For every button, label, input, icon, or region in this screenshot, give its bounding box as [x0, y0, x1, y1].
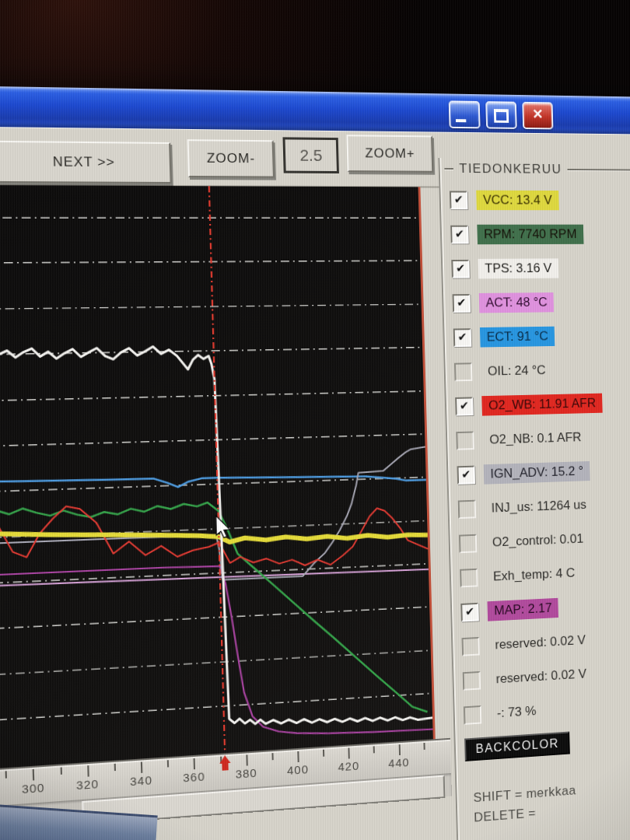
trace-VCC	[0, 515, 428, 555]
axis-tick	[33, 769, 35, 781]
axis-tick-label: 420	[338, 759, 359, 774]
axis-tick	[194, 758, 195, 769]
axis-tick-label: 380	[235, 766, 257, 781]
channel-row-VCC[interactable]: ✔VCC: 13.4 V	[440, 183, 630, 217]
header-rule-left	[444, 168, 453, 170]
gridline	[0, 434, 425, 448]
maximize-button[interactable]	[485, 101, 517, 129]
checkbox-O2_NB[interactable]	[456, 431, 474, 450]
channel-label-O2_control: O2_control: 0.01	[485, 528, 590, 552]
axis-tick-label: 400	[287, 762, 309, 777]
axis-tick-label: 340	[130, 773, 152, 788]
channel-label-MAP: MAP: 2.17	[487, 597, 558, 621]
chart-area[interactable]	[0, 185, 436, 772]
next-button[interactable]: NEXT >>	[0, 141, 172, 184]
gridline	[0, 650, 431, 677]
cursor-line[interactable]	[209, 186, 225, 753]
channel-label-reserved1: reserved: 0.02 V	[488, 630, 593, 656]
cursor-position-marker[interactable]	[219, 755, 230, 764]
channel-label-O2_NB: O2_NB: 0.1 AFR	[482, 427, 588, 450]
axis-tick	[373, 746, 375, 753]
checkbox-MAP[interactable]: ✔	[460, 602, 478, 621]
zoom-out-button[interactable]: ZOOM-	[187, 139, 275, 177]
close-icon: ✕	[523, 106, 551, 123]
trace-MAP	[0, 556, 433, 761]
channel-row-RPM[interactable]: ✔RPM: 7740 RPM	[441, 217, 630, 251]
axis-tick	[271, 753, 273, 760]
axis-tick	[323, 750, 324, 757]
channel-list: ✔VCC: 13.4 V✔RPM: 7740 RPM✔TPS: 3.16 V✔A…	[440, 183, 630, 733]
checkbox-IGN_ADV[interactable]: ✔	[457, 465, 475, 484]
checkbox-TPS[interactable]: ✔	[451, 259, 469, 278]
axis-tick	[141, 761, 142, 772]
checkbox-percent[interactable]	[464, 705, 481, 724]
hint-text: SHIFT = merkkaa DELETE =	[473, 773, 630, 828]
chart-svg	[0, 185, 433, 772]
trace-IGN_ADV	[0, 446, 429, 593]
header-rule-right	[568, 169, 630, 171]
axis-tick-label: 320	[76, 777, 100, 793]
gridline	[0, 391, 424, 402]
channel-row-O2_NB[interactable]: O2_NB: 0.1 AFR	[447, 418, 630, 458]
checkbox-reserved1[interactable]	[462, 636, 480, 656]
axis-tick	[246, 754, 247, 765]
channel-label-reserved2: reserved: 0.02 V	[489, 663, 593, 689]
gridline	[0, 304, 422, 310]
checkbox-ACT[interactable]: ✔	[453, 294, 471, 313]
axis-tick-label: 440	[388, 755, 410, 770]
axis-tick	[398, 744, 400, 755]
axis-tick	[348, 747, 350, 758]
axis-tick	[297, 751, 299, 762]
trace-ACT	[0, 566, 429, 592]
axis-tick-label: 360	[183, 769, 205, 784]
axis-tick	[5, 771, 7, 778]
axis-tick	[423, 743, 425, 750]
minimize-icon	[456, 119, 466, 122]
channel-row-ACT[interactable]: ✔ACT: 48 °C	[443, 284, 630, 320]
channel-label-RPM: RPM: 7740 RPM	[477, 224, 583, 244]
checkbox-O2_control[interactable]	[459, 534, 477, 552]
channel-label-percent: -: 73 %	[490, 701, 543, 724]
channel-label-Exh_temp: Exh_temp: 4 C	[486, 562, 582, 586]
screen-photo: ✕ NEXT >> ZOOM- 2.5 ZOOM+ 28030032034036…	[0, 0, 630, 840]
title-bar[interactable]: ✕	[0, 86, 630, 135]
checkbox-OIL[interactable]	[454, 362, 472, 381]
channel-label-O2_WB: O2_WB: 11.91 AFR	[481, 393, 602, 415]
gridline	[0, 261, 420, 263]
close-button[interactable]: ✕	[522, 102, 553, 130]
checkbox-Exh_temp[interactable]	[460, 568, 478, 587]
channel-label-ECT: ECT: 91 °C	[480, 326, 555, 347]
channel-label-ACT: ACT: 48 °C	[479, 292, 555, 313]
channel-label-OIL: OIL: 24 °C	[481, 360, 552, 381]
checkbox-VCC[interactable]: ✔	[450, 191, 467, 209]
channel-row-ECT[interactable]: ✔ECT: 91 °C	[444, 317, 630, 355]
trace-RPM	[0, 495, 428, 743]
axis-tick	[114, 764, 116, 771]
minimize-button[interactable]	[449, 100, 481, 128]
zoom-in-button[interactable]: ZOOM+	[346, 135, 433, 173]
channel-label-IGN_ADV: IGN_ADV: 15.2 °	[484, 460, 590, 484]
app-window: ✕ NEXT >> ZOOM- 2.5 ZOOM+ 28030032034036…	[0, 86, 630, 840]
maximize-icon	[494, 109, 509, 123]
channel-label-TPS: TPS: 3.16 V	[478, 258, 559, 278]
checkbox-RPM[interactable]: ✔	[450, 225, 468, 243]
checkbox-O2_WB[interactable]: ✔	[455, 397, 473, 415]
gridline	[0, 607, 429, 632]
checkbox-INJ_us[interactable]	[458, 499, 476, 518]
sidebar-title: TIEDONKERUU	[459, 161, 562, 177]
backcolor-button[interactable]: BACKCOLOR	[464, 731, 570, 761]
axis-tick-label: 300	[22, 780, 45, 796]
trace-TPS	[0, 342, 432, 751]
checkbox-ECT[interactable]: ✔	[453, 328, 471, 347]
zoom-level-field[interactable]: 2.5	[282, 137, 339, 173]
channel-row-OIL[interactable]: OIL: 24 °C	[445, 351, 630, 389]
axis-tick	[60, 767, 61, 774]
window-controls: ✕	[449, 100, 554, 129]
channel-label-VCC: VCC: 13.4 V	[476, 190, 558, 210]
channel-row-TPS[interactable]: ✔TPS: 3.16 V	[443, 250, 630, 285]
channel-row-O2_WB[interactable]: ✔O2_WB: 11.91 AFR	[446, 384, 630, 424]
sidebar-header: TIEDONKERUU	[444, 161, 630, 177]
trace-ECT	[0, 467, 426, 496]
checkbox-reserved2[interactable]	[463, 670, 481, 690]
axis-tick	[167, 760, 169, 767]
